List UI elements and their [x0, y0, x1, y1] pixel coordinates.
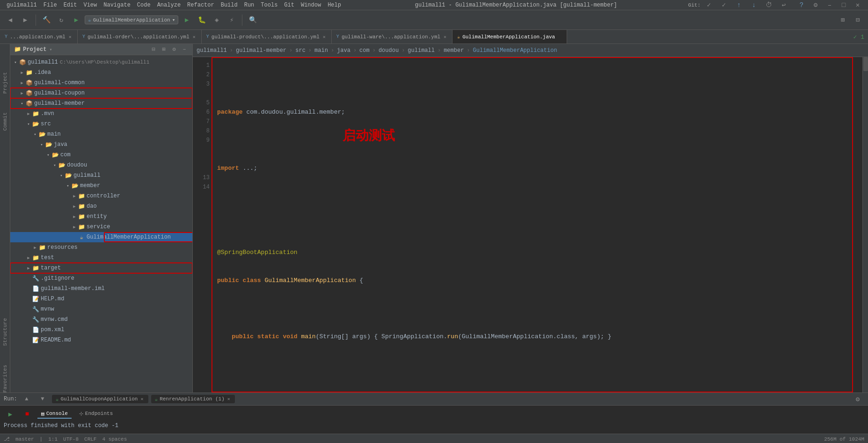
- tree-item-doudou[interactable]: ▾ 📂 doudou: [10, 160, 192, 170]
- git-revert-icon[interactable]: ↩: [777, 0, 790, 12]
- tree-item-java[interactable]: ▾ 📂 java: [10, 139, 192, 150]
- tree-item-gulimall-pkg[interactable]: ▾ 📂 gulimall: [10, 170, 192, 181]
- menu-window[interactable]: Window: [298, 1, 324, 9]
- run-tab-renren[interactable]: ☕ RenrenApplication (1) ✕: [151, 395, 235, 403]
- editor-content[interactable]: 1 2 3 5 6 7 8 9 13 14 package com.doudou…: [193, 57, 868, 392]
- tree-item-mvnw[interactable]: ▶ 🔧 mvnw: [10, 304, 192, 314]
- bc-member2[interactable]: member: [444, 47, 464, 54]
- tree-item-pom[interactable]: ▶ 📄 pom.xml: [10, 325, 192, 335]
- project-label[interactable]: Project: [2, 72, 8, 94]
- console-stop-icon[interactable]: ■: [21, 407, 34, 421]
- settings-icon[interactable]: ⚙: [809, 0, 822, 12]
- build-icon[interactable]: 🔨: [40, 14, 53, 27]
- tab-close-yaml3[interactable]: ✕: [322, 34, 327, 40]
- tree-item-member-pkg[interactable]: ▾ 📂 member: [10, 181, 192, 191]
- run-tab-coupon[interactable]: ☕ GulimallCouponApplication ✕: [52, 395, 148, 403]
- favorites-label[interactable]: Favorites: [2, 365, 8, 392]
- back-icon[interactable]: ◀: [4, 14, 17, 27]
- tab-yaml1[interactable]: Y ...application.yml ✕: [0, 30, 78, 44]
- close-icon[interactable]: ✕: [851, 0, 864, 12]
- console-run-icon[interactable]: ▶: [4, 407, 17, 421]
- git-push-icon[interactable]: ↑: [732, 0, 745, 12]
- tab-close-yaml4[interactable]: ✕: [443, 34, 447, 40]
- menu-file[interactable]: File: [41, 1, 60, 9]
- tree-item-test[interactable]: ▶ 📁 test: [10, 253, 192, 263]
- search-icon[interactable]: 🔍: [246, 14, 259, 27]
- tree-item-src[interactable]: ▾ 📂 src: [10, 119, 192, 129]
- terminal-icon[interactable]: ⊞: [836, 14, 849, 27]
- menu-tools[interactable]: Tools: [258, 1, 280, 9]
- debug-icon[interactable]: 🐛: [195, 14, 208, 27]
- run-settings-icon[interactable]: ⚙: [851, 392, 864, 406]
- bc-src[interactable]: src: [295, 47, 306, 54]
- run-green-icon[interactable]: ▶: [180, 14, 193, 27]
- bc-app[interactable]: GulimallMemberApplication: [473, 47, 557, 54]
- panel-gear-icon[interactable]: ⚙: [170, 45, 178, 54]
- tab-close-yaml2[interactable]: ✕: [192, 34, 197, 40]
- tree-item-mvnwcmd[interactable]: ▶ 🔧 mvnw.cmd: [10, 314, 192, 325]
- git-pull-icon[interactable]: ↓: [747, 0, 760, 12]
- tree-item-com[interactable]: ▾ 📂 com: [10, 150, 192, 160]
- run-icon[interactable]: ▶: [70, 14, 83, 27]
- tree-item-coupon[interactable]: ▶ 📦 gulimall-coupon: [10, 88, 192, 98]
- run-bar-down-icon[interactable]: ▼: [36, 392, 49, 406]
- tree-item-idea[interactable]: ▶ 📁 .idea: [10, 67, 192, 78]
- tree-item-app[interactable]: ▶ ☕ GulimallMemberApplication: [10, 232, 192, 242]
- help-icon[interactable]: ?: [795, 0, 808, 12]
- menu-edit[interactable]: Edit: [61, 1, 80, 9]
- bc-root[interactable]: gulimall1: [197, 47, 227, 54]
- run-bar-up-icon[interactable]: ▲: [20, 392, 33, 406]
- tree-item-gitignore[interactable]: ▶ 🔧 .gitignore: [10, 273, 192, 283]
- console-tab-console[interactable]: ▤ Console: [37, 410, 72, 419]
- run-tab-coupon-close[interactable]: ✕: [139, 396, 144, 402]
- console-tab-endpoints[interactable]: ⊹ Endpoints: [75, 410, 117, 419]
- commit-label[interactable]: Commit: [2, 112, 8, 131]
- layout-icon[interactable]: ⊟: [851, 14, 864, 27]
- tree-item-mvn[interactable]: ▶ 📁 .mvn: [10, 109, 192, 119]
- panel-collapse-icon[interactable]: ⊟: [149, 45, 158, 54]
- git-history-icon[interactable]: ⏱: [762, 0, 775, 12]
- menu-help[interactable]: Help: [325, 1, 344, 9]
- coverage-icon[interactable]: ◈: [210, 14, 223, 27]
- run-tab-renren-close[interactable]: ✕: [226, 396, 231, 402]
- tree-item-main[interactable]: ▾ 📂 main: [10, 129, 192, 139]
- tree-item-target[interactable]: ▶ 📁 target: [10, 263, 192, 273]
- menu-analyze[interactable]: Analyze: [154, 1, 183, 9]
- profile-icon[interactable]: ⚡: [225, 14, 238, 27]
- tree-item-dao[interactable]: ▶ 📁 dao: [10, 201, 192, 211]
- git-check1-icon[interactable]: ✓: [702, 0, 715, 12]
- tab-yaml4[interactable]: Y gulimall-ware\...application.yml ✕: [332, 30, 452, 44]
- tree-item-member[interactable]: ▾ 📦 gulimall-member: [10, 98, 192, 109]
- tab-java[interactable]: ☕ GulimallMemberApplication.java ✕: [452, 30, 567, 44]
- bc-main[interactable]: main: [314, 47, 328, 54]
- bc-member[interactable]: gulimall-member: [236, 47, 286, 54]
- tree-item-common[interactable]: ▶ 📦 gulimall-common: [10, 78, 192, 88]
- menu-code[interactable]: Code: [134, 1, 153, 9]
- sync-icon[interactable]: ↻: [55, 14, 68, 27]
- structure-label[interactable]: Structure: [2, 318, 8, 346]
- bc-java[interactable]: java: [337, 47, 350, 54]
- panel-expand-icon[interactable]: ⊞: [160, 45, 168, 54]
- tree-item-readme[interactable]: ▶ 📝 README.md: [10, 335, 192, 345]
- tree-item-controller[interactable]: ▶ 📁 controller: [10, 191, 192, 201]
- tree-item-root[interactable]: ▾ 📦 gulimall1 C:\Users\HP\Desktop\gulima…: [10, 57, 192, 67]
- scrollbar-thumb[interactable]: [863, 57, 868, 71]
- run-config-dropdown[interactable]: ☕ GulimallMemberApplication ▾: [85, 15, 178, 24]
- tree-view[interactable]: ▾ 📦 gulimall1 C:\Users\HP\Desktop\gulima…: [10, 55, 192, 392]
- tree-item-help[interactable]: ▶ 📝 HELP.md: [10, 294, 192, 304]
- bc-gulimall[interactable]: gulimall: [408, 47, 435, 54]
- menu-build[interactable]: Build: [218, 1, 241, 9]
- git-check2-icon[interactable]: ✓: [717, 0, 730, 12]
- minimize-icon[interactable]: –: [823, 0, 836, 12]
- menu-app[interactable]: gulimall1: [4, 1, 40, 9]
- forward-icon[interactable]: ▶: [19, 14, 32, 27]
- tree-item-iml[interactable]: ▶ 📄 gulimall-member.iml: [10, 283, 192, 294]
- bc-com[interactable]: com: [359, 47, 370, 54]
- maximize-icon[interactable]: □: [837, 0, 850, 12]
- menu-refactor[interactable]: Refactor: [184, 1, 217, 9]
- bc-doudou[interactable]: doudou: [379, 47, 399, 54]
- tab-yaml2[interactable]: Y gulimall-order\...application.yml ✕: [78, 30, 202, 44]
- panel-close-icon[interactable]: –: [180, 45, 189, 54]
- menu-git[interactable]: Git: [281, 1, 297, 9]
- menu-navigate[interactable]: Navigate: [101, 1, 133, 9]
